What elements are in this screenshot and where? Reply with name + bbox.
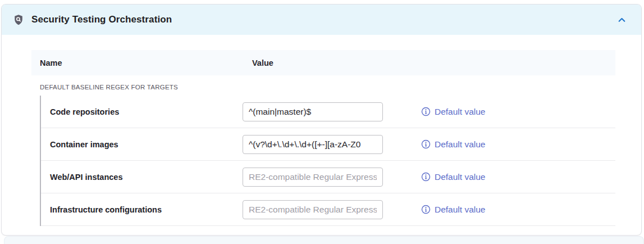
info-icon xyxy=(421,205,431,214)
chevron-up-icon xyxy=(617,15,627,25)
security-testing-orchestration-panel: Security Testing Orchestration Name Valu… xyxy=(1,4,642,236)
default-value-link[interactable]: Default value xyxy=(421,172,485,182)
default-value-link[interactable]: Default value xyxy=(421,205,485,215)
setting-name: Infrastructure configurations xyxy=(41,205,243,214)
table-row-container-images: Container images Default value xyxy=(41,128,615,161)
table-header-row: Name Value xyxy=(31,50,615,75)
next-section-peek[interactable] xyxy=(4,236,644,244)
regex-input-code-repositories[interactable] xyxy=(243,102,383,121)
table-row-web-api-instances: Web/API instances Default value xyxy=(41,161,615,193)
info-icon xyxy=(421,172,431,182)
column-header-value: Value xyxy=(252,58,273,67)
column-header-name: Name xyxy=(31,58,62,67)
setting-name: Container images xyxy=(41,140,243,149)
setting-name: Code repositories xyxy=(41,107,243,116)
panel-title: Security Testing Orchestration xyxy=(31,14,172,25)
setting-name: Web/API instances xyxy=(41,173,243,182)
default-value-label: Default value xyxy=(435,172,485,182)
default-value-label: Default value xyxy=(435,107,485,117)
info-icon xyxy=(421,139,431,149)
default-value-link[interactable]: Default value xyxy=(421,107,485,117)
accordion-header[interactable]: Security Testing Orchestration xyxy=(2,4,641,35)
regex-input-web-api-instances[interactable] xyxy=(243,168,383,187)
shield-scan-icon xyxy=(13,14,24,26)
collapse-button[interactable] xyxy=(614,12,629,27)
table-row-infrastructure-configurations: Infrastructure configurations Default va… xyxy=(41,193,615,226)
default-value-label: Default value xyxy=(435,205,485,215)
regex-input-infrastructure-configurations[interactable] xyxy=(243,200,383,219)
info-icon xyxy=(421,107,431,116)
table-row-code-repositories: Code repositories Default value xyxy=(41,96,615,128)
regex-input-container-images[interactable] xyxy=(243,135,383,154)
settings-rows: Code repositories Default value Containe… xyxy=(40,96,615,226)
default-value-label: Default value xyxy=(435,139,485,150)
section-label: DEFAULT BASELINE REGEX FOR TARGETS xyxy=(40,84,178,91)
default-value-link[interactable]: Default value xyxy=(421,139,485,150)
